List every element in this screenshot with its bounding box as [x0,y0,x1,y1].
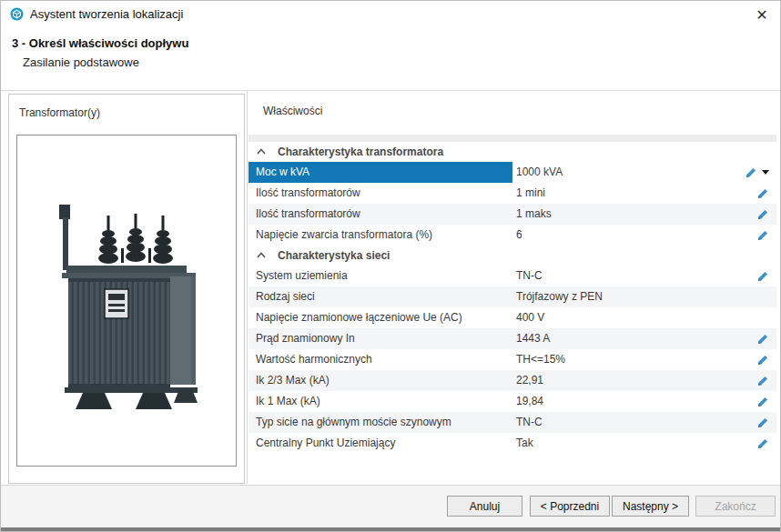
transformer-image [36,179,218,443]
property-value: 1 maks [512,204,718,225]
property-label: Rodzaj sieci [248,286,512,307]
property-label: Typ sicie na głównym moście szynowym [248,412,512,433]
property-value: TN-C [512,266,718,286]
property-row-icons [718,266,776,286]
property-row[interactable]: Ilość transformatorów 1 maks [248,204,776,225]
wizard-window: Asystent tworzenia lokalizacji ✕ 3 - Okr… [0,0,781,532]
header-separator [1,90,780,91]
cancel-button[interactable]: Anuluj [447,496,522,517]
edit-pencil-icon[interactable] [756,208,769,221]
property-row[interactable]: Prąd znamionowy In 1443 A [248,328,776,349]
property-label: Centralny Punkt Uziemiający [248,433,512,454]
section-header[interactable]: Charakterystyka sieci [248,246,776,266]
edit-pencil-icon[interactable] [756,375,769,387]
property-row-icons [718,204,776,225]
property-value: TH<=15% [512,349,718,370]
title-bar: Asystent tworzenia lokalizacji ✕ [1,1,780,32]
property-row-icons [718,307,776,328]
property-value: 22,91 [512,370,718,391]
property-row[interactable]: Typ sicie na głównym moście szynowym TN-… [248,412,776,433]
property-label: System uziemienia [248,266,512,286]
property-label: Ik 2/3 Max (kA) [248,370,512,391]
property-row[interactable]: Ik 2/3 Max (kA) 22,91 [248,370,776,391]
edit-pencil-icon[interactable] [745,166,757,179]
property-row[interactable]: Napięcie znamionowe łączeniowe Ue (AC) 4… [248,307,776,328]
property-value: TN-C [512,412,718,433]
section-header[interactable]: Charakterystyka transformatora [248,142,776,162]
property-label: Napięcie znamionowe łączeniowe Ue (AC) [248,307,512,328]
previous-button[interactable]: < Poprzedni [530,496,610,517]
property-value: Tak [512,433,718,454]
edit-pencil-icon[interactable] [756,187,769,200]
edit-pencil-icon[interactable] [756,333,769,346]
property-row[interactable]: Ik 1 Max (kA) 19,84 [248,391,776,412]
property-value: 1 mini [512,183,718,204]
property-label: Wartość harmonicznych [248,349,512,370]
transformer-panel: Transformator(y) [8,94,245,484]
property-row-icons [718,225,776,246]
property-row-icons [718,391,776,412]
next-button[interactable]: Następny > [612,496,689,517]
property-row[interactable]: Wartość harmonicznych TH<=15% [248,349,776,370]
dropdown-caret-icon[interactable] [762,170,769,175]
property-row-icons [718,433,776,454]
property-value: 400 V [512,307,718,328]
edit-pencil-icon[interactable] [756,270,769,283]
grid-top-strip [248,135,776,142]
property-label: Ik 1 Max (kA) [248,391,512,412]
property-value: Trójfazowy z PEN [512,286,718,307]
chevron-up-icon[interactable] [256,146,267,157]
property-row[interactable]: System uziemienia TN-C [248,266,776,286]
window-title: Asystent tworzenia lokalizacji [30,7,183,21]
window-bottom-edge [1,527,780,532]
property-row-icons [718,412,776,433]
step-title: 3 - Określ właściwości dopływu [12,36,188,50]
property-row-icons [718,370,776,391]
transformer-image-box [16,135,237,467]
property-value: 1443 A [512,328,718,349]
property-label: Ilość transformatorów [248,204,512,225]
footer-bar: Anuluj < Poprzedni Następny > Zakończ [1,485,780,527]
property-row[interactable]: Moc w kVA 1000 kVA [248,162,776,183]
property-row-icons [718,328,776,349]
property-value: 1000 kVA [512,162,718,183]
property-row[interactable]: Centralny Punkt Uziemiający Tak [248,433,776,454]
edit-pencil-icon[interactable] [756,437,769,450]
panel-divider [247,91,248,484]
property-row-icons [718,183,776,204]
property-row[interactable]: Napięcie zwarcia transformatora (%) 6 [248,225,776,246]
edit-pencil-icon[interactable] [756,354,769,366]
property-label: Prąd znamionowy In [248,328,512,349]
app-icon [10,7,24,21]
section-header-label: Charakterystyka transformatora [278,146,443,158]
property-row[interactable]: Rodzaj sieci Trójfazowy z PEN [248,286,776,307]
property-value: 6 [512,225,718,246]
property-label: Napięcie zwarcia transformatora (%) [248,225,512,246]
property-row[interactable]: Ilość transformatorów 1 mini [248,183,776,204]
properties-title: Właściwości [263,105,322,117]
edit-pencil-icon[interactable] [756,396,769,408]
property-value: 19,84 [512,391,718,412]
transformer-panel-title: Transformator(y) [19,106,100,119]
property-row-icons [718,349,776,370]
edit-pencil-icon[interactable] [756,229,769,242]
finish-button: Zakończ [695,496,776,517]
property-row-icons [718,162,776,183]
edit-pencil-icon[interactable] [756,417,769,429]
properties-grid: Charakterystyka transformatora Moc w kVA… [248,142,776,454]
property-row-icons [718,286,776,307]
step-subtitle: Zasilanie podstawowe [23,55,139,69]
property-label: Ilość transformatorów [248,183,512,204]
close-icon[interactable]: ✕ [753,6,771,25]
section-header-label: Charakterystyka sieci [278,249,390,262]
property-label: Moc w kVA [248,162,512,183]
chevron-up-icon[interactable] [256,250,267,261]
